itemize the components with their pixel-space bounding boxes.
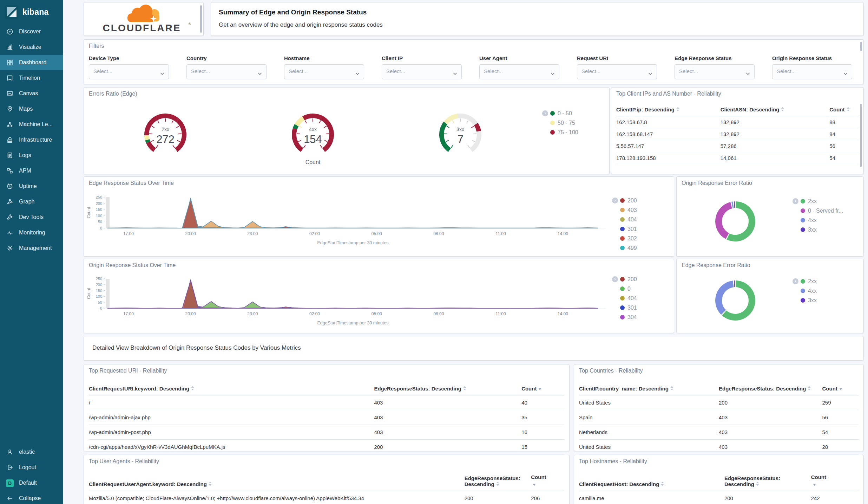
column-header-clientrequestuseragent-keyword[interactable]: ClientRequestUserAgent.keyword: Descendi…: [89, 471, 465, 491]
filter-select-request-uri[interactable]: Select...: [577, 64, 657, 79]
panel-scrollbar-thumb[interactable]: [860, 104, 862, 167]
legend-item[interactable]: 50 - 75: [542, 118, 578, 128]
sidebar-footer: elasticLogoutDDefaultCollapse: [0, 444, 63, 504]
sidebar-item-graph[interactable]: Graph: [0, 194, 63, 209]
data-table: ClientIP.country_name: DescendingEdgeRes…: [579, 382, 859, 454]
legend-item[interactable]: 0 - Served fr...: [793, 206, 843, 215]
legend-item[interactable]: 3xx: [793, 225, 843, 234]
legend-label: 3xx: [808, 297, 817, 304]
legend-expand-icon[interactable]: ›: [793, 198, 798, 204]
select-placeholder: Select...: [484, 68, 503, 74]
legend-expand-icon[interactable]: ›: [793, 278, 798, 284]
sidebar-item-dashboard[interactable]: Dashboard: [0, 55, 63, 70]
legend-expand-icon[interactable]: ›: [612, 198, 618, 203]
legend-item[interactable]: 404: [612, 293, 637, 303]
column-header-edgeresponsestatus[interactable]: EdgeResponseStatus:Descending: [724, 471, 811, 491]
discover-icon: [6, 28, 13, 35]
legend-swatch: [620, 286, 625, 291]
sidebar-item-maps[interactable]: Maps: [0, 101, 63, 117]
cloudflare-logo: CLOUDFLARE ®: [86, 3, 202, 35]
legend-item[interactable]: ›200: [612, 196, 637, 205]
column-header-clientip-ip[interactable]: ClientIP.ip: Descending: [616, 103, 721, 116]
column-header-clientip-country-name[interactable]: ClientIP.country_name: Descending: [579, 382, 719, 395]
sidebar-item-canvas[interactable]: Canvas: [0, 86, 63, 101]
legend-item[interactable]: ›200: [612, 274, 637, 284]
sort-icon: [209, 482, 212, 486]
column-header-clientasn[interactable]: ClientASN: Descending: [721, 103, 830, 116]
chart-legend: ›2000404301304: [612, 274, 637, 322]
filter-select-client-ip[interactable]: Select...: [382, 64, 462, 79]
legend-item[interactable]: 302: [612, 234, 637, 243]
sidebar-item-default[interactable]: DDefault: [0, 475, 63, 491]
legend-item[interactable]: 404: [612, 215, 637, 224]
sort-icon: [463, 386, 466, 390]
sort-icon: [756, 482, 759, 486]
svg-text:50: 50: [98, 220, 102, 224]
column-header-count[interactable]: Count: [811, 471, 859, 491]
legend-item[interactable]: 301: [612, 224, 637, 234]
sidebar-item-label: elastic: [19, 449, 35, 455]
legend-item[interactable]: 4xx: [793, 286, 817, 296]
column-header-clientrequesthost[interactable]: ClientRequestHost: Descending: [579, 471, 724, 491]
legend-item[interactable]: 3xx: [793, 296, 817, 305]
filter-group-request-uri: Request URISelect...: [577, 55, 657, 79]
legend-item[interactable]: ›2xx: [793, 196, 843, 206]
legend-item[interactable]: 304: [612, 312, 637, 322]
sidebar-item-dev-tools[interactable]: Dev Tools: [0, 209, 63, 225]
sidebar-item-infrastructure[interactable]: Infrastructure: [0, 132, 63, 148]
sidebar-item-apm[interactable]: APM: [0, 163, 63, 179]
filter-select-hostname[interactable]: Select...: [284, 64, 364, 79]
sidebar-item-monitoring[interactable]: Monitoring: [0, 225, 63, 240]
sidebar-item-logout[interactable]: Logout: [0, 460, 63, 475]
sidebar-item-label: Infrastructure: [19, 137, 52, 143]
legend-item[interactable]: 4xx: [793, 215, 843, 225]
panel-scrollbar-thumb[interactable]: [860, 42, 862, 51]
legend-item[interactable]: 0: [612, 284, 637, 293]
column-header-count[interactable]: Count: [521, 382, 564, 395]
collapse-icon: [6, 495, 13, 502]
sidebar-item-timelion[interactable]: Timelion: [0, 70, 63, 86]
table-row: camilia.me200242: [579, 491, 859, 504]
column-header-edgeresponsestatus[interactable]: EdgeResponseStatus: Descending: [374, 382, 521, 395]
filter-select-origin-response-status[interactable]: Select...: [772, 64, 852, 79]
column-header-edgeresponsestatus[interactable]: EdgeResponseStatus: Descending: [719, 382, 822, 395]
legend-item[interactable]: 75 - 100: [542, 128, 578, 137]
column-header-edgeresponsestatus[interactable]: EdgeResponseStatus:Descending: [465, 471, 531, 491]
kibana-logo[interactable]: kibana: [0, 0, 63, 23]
sort-desc-icon: [839, 388, 842, 390]
svg-text:250: 250: [96, 195, 102, 199]
column-header-count[interactable]: Count: [531, 471, 564, 491]
svg-text:11:00: 11:00: [496, 311, 506, 316]
chevron-down-icon: [453, 70, 457, 77]
filter-label: Origin Response Status: [772, 55, 852, 64]
legend-item[interactable]: 499: [612, 243, 637, 253]
sidebar-item-machine-le[interactable]: Machine Le...: [0, 117, 63, 132]
column-header-count[interactable]: Count: [829, 103, 859, 116]
legend-item[interactable]: ›2xx: [793, 277, 817, 286]
filter-select-edge-response-status[interactable]: Select...: [675, 64, 755, 79]
filter-select-country[interactable]: Select...: [186, 64, 267, 79]
sidebar-item-uptime[interactable]: Uptime: [0, 179, 63, 194]
legend-expand-icon[interactable]: ›: [612, 276, 618, 282]
sidebar-item-elastic[interactable]: elastic: [0, 444, 63, 460]
sidebar-item-collapse[interactable]: Collapse: [0, 491, 63, 504]
svg-text:14:00: 14:00: [558, 311, 568, 316]
svg-text:05:00: 05:00: [371, 311, 382, 316]
sidebar-item-discover[interactable]: Discover: [0, 24, 63, 39]
sidebar-item-visualize[interactable]: Visualize: [0, 39, 63, 55]
panel-scrollbar-thumb[interactable]: [200, 5, 202, 33]
legend-item[interactable]: 301: [612, 303, 637, 312]
legend-item[interactable]: 403: [612, 205, 637, 215]
column-header-clientrequesturi-keyword[interactable]: ClientRequestURI.keyword: Descending: [89, 382, 374, 395]
canvas-icon: [6, 90, 13, 97]
legend-item[interactable]: ›0 - 50: [542, 109, 578, 118]
filter-select-device-type[interactable]: Select...: [89, 64, 169, 79]
svg-text:08:00: 08:00: [433, 311, 444, 316]
legend-expand-icon[interactable]: ›: [542, 110, 548, 116]
column-header-count[interactable]: Count: [822, 382, 859, 395]
filter-select-user-agent[interactable]: Select...: [479, 64, 559, 79]
sidebar-item-management[interactable]: Management: [0, 240, 63, 256]
sidebar-item-logs[interactable]: Logs: [0, 148, 63, 163]
sort-icon: [191, 386, 194, 390]
sort-icon: [496, 482, 499, 486]
